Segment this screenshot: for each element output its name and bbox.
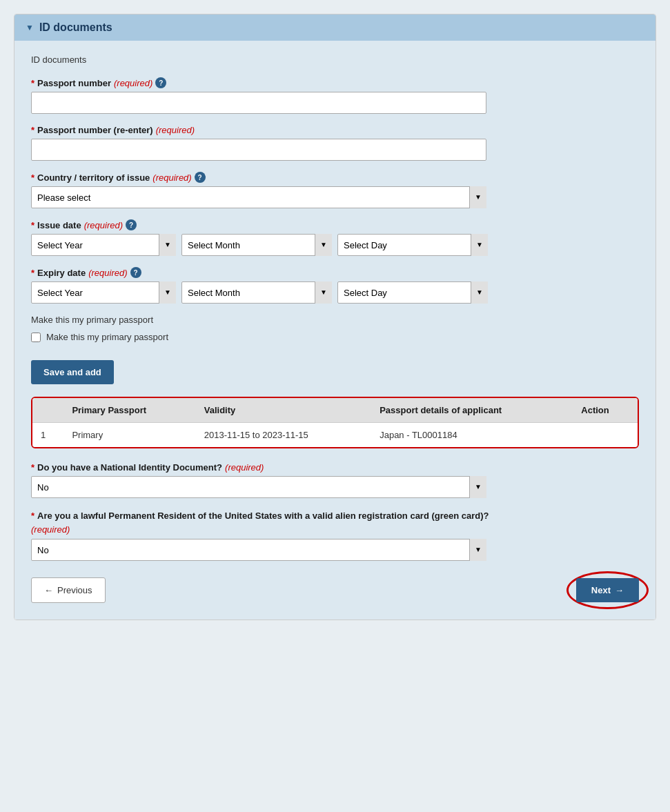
primary-passport-checkbox[interactable] (31, 333, 41, 342)
issue-month-wrapper: Select Month (181, 234, 332, 256)
primary-passport-checkbox-text: Make this my primary passport (46, 332, 168, 342)
green-card-label: * Are you a lawful Permanent Resident of… (31, 511, 639, 521)
green-card-select-wrapper: No Yes (31, 539, 486, 561)
country-help-icon[interactable]: ? (195, 172, 206, 183)
next-button-wrapper: Next → (576, 578, 639, 602)
table-cell-primary: Primary (63, 423, 195, 448)
issue-year-wrapper: Select Year (31, 234, 176, 256)
table-col-details: Passport details of applicant (371, 398, 573, 423)
expiry-date-label-text: Expiry date (37, 268, 86, 278)
table-col-number (32, 398, 63, 423)
passport-reenter-asterisk: * (31, 125, 35, 135)
passport-table: Primary Passport Validity Passport detai… (32, 398, 638, 447)
passport-number-reenter-input[interactable] (31, 139, 486, 161)
passport-number-label: * Passport number (required) ? (31, 77, 639, 88)
expiry-date-row: Select Year Select Month Select Day (31, 281, 639, 304)
table-header-row: Primary Passport Validity Passport detai… (32, 398, 638, 423)
green-card-asterisk: * (31, 511, 35, 521)
issue-month-select[interactable]: Select Month (181, 234, 332, 256)
passport-number-asterisk: * (31, 78, 35, 88)
primary-passport-section-text: Make this my primary passport (31, 315, 639, 325)
issue-date-asterisk: * (31, 220, 35, 230)
country-required: (required) (152, 172, 191, 183)
national-id-required: (required) (225, 462, 264, 473)
main-container: ▼ ID documents ID documents * Passport n… (14, 14, 656, 620)
issue-date-label: * Issue date (required) ? (31, 219, 639, 230)
passport-number-reenter-group: * Passport number (re-enter) (required) (31, 125, 639, 161)
section-header: ▼ ID documents (14, 14, 656, 41)
primary-passport-checkbox-label[interactable]: Make this my primary passport (31, 332, 639, 342)
primary-passport-group: Make this my primary passport Make this … (31, 315, 639, 342)
issue-date-help-icon[interactable]: ? (126, 219, 137, 230)
issue-day-select[interactable]: Select Day (337, 234, 488, 256)
country-select-wrapper: Please select (31, 186, 486, 208)
previous-button-label: Previous (57, 585, 92, 595)
passport-number-group: * Passport number (required) ? (31, 77, 639, 114)
next-arrow-icon: → (615, 585, 624, 595)
table-col-action: Action (573, 398, 638, 423)
expiry-date-group: * Expiry date (required) ? Select Year S… (31, 267, 639, 304)
national-id-asterisk: * (31, 462, 35, 473)
expiry-date-asterisk: * (31, 268, 35, 278)
country-group: * Country / territory of issue (required… (31, 172, 639, 208)
passport-reenter-required: (required) (156, 125, 195, 135)
table-col-primary: Primary Passport (63, 398, 195, 423)
expiry-day-wrapper: Select Day (337, 281, 488, 304)
passport-number-reenter-label: * Passport number (re-enter) (required) (31, 125, 639, 135)
section-body: ID documents * Passport number (required… (14, 41, 656, 620)
save-and-add-button[interactable]: Save and add (31, 360, 114, 384)
passport-number-help-icon[interactable]: ? (155, 77, 166, 88)
table-cell-number: 1 (32, 423, 63, 448)
breadcrumb: ID documents (31, 55, 639, 65)
issue-date-required: (required) (84, 220, 123, 230)
issue-year-select[interactable]: Select Year (31, 234, 176, 256)
expiry-month-wrapper: Select Month (181, 281, 332, 304)
country-select[interactable]: Please select (31, 186, 486, 208)
table-cell-validity: 2013-11-15 to 2023-11-15 (196, 423, 371, 448)
passport-number-input[interactable] (31, 92, 486, 114)
issue-day-wrapper: Select Day (337, 234, 488, 256)
section-title: ID documents (39, 21, 112, 34)
country-label: * Country / territory of issue (required… (31, 172, 639, 183)
issue-date-group: * Issue date (required) ? Select Year Se… (31, 219, 639, 256)
passport-number-required: (required) (114, 78, 152, 88)
national-id-group: * Do you have a National Identity Docume… (31, 462, 639, 498)
next-button[interactable]: Next → (576, 578, 639, 602)
green-card-select[interactable]: No Yes (31, 539, 486, 561)
issue-date-label-text: Issue date (37, 220, 81, 230)
previous-button[interactable]: ← Previous (31, 577, 106, 603)
passport-reenter-label-text: Passport number (re-enter) (37, 125, 153, 135)
expiry-month-select[interactable]: Select Month (181, 281, 332, 304)
expiry-date-label: * Expiry date (required) ? (31, 267, 639, 278)
expiry-year-wrapper: Select Year (31, 281, 176, 304)
green-card-label-text: Are you a lawful Permanent Resident of t… (37, 511, 489, 521)
expiry-date-required: (required) (88, 268, 127, 278)
national-id-select[interactable]: No Yes (31, 476, 486, 498)
green-card-group: * Are you a lawful Permanent Resident of… (31, 511, 639, 561)
table-cell-action (573, 423, 638, 448)
toggle-icon[interactable]: ▼ (26, 23, 34, 32)
expiry-year-select[interactable]: Select Year (31, 281, 176, 304)
national-id-label-text: Do you have a National Identity Document… (37, 462, 222, 473)
expiry-date-help-icon[interactable]: ? (130, 267, 141, 278)
bottom-nav: ← Previous Next → (31, 577, 639, 603)
next-button-label: Next (591, 585, 611, 595)
national-id-select-wrapper: No Yes (31, 476, 486, 498)
table-cell-details: Japan - TL0001184 (371, 423, 573, 448)
passport-number-label-text: Passport number (37, 78, 111, 88)
national-id-label: * Do you have a National Identity Docume… (31, 462, 639, 473)
green-card-required-line: (required) (31, 524, 639, 535)
prev-arrow-icon: ← (44, 585, 53, 595)
country-label-text: Country / territory of issue (37, 172, 150, 183)
issue-date-row: Select Year Select Month Select Day (31, 234, 639, 256)
expiry-day-select[interactable]: Select Day (337, 281, 488, 304)
table-col-validity: Validity (196, 398, 371, 423)
table-row: 1 Primary 2013-11-15 to 2023-11-15 Japan… (32, 423, 638, 448)
country-asterisk: * (31, 172, 35, 183)
passport-table-wrapper: Primary Passport Validity Passport detai… (31, 397, 639, 448)
